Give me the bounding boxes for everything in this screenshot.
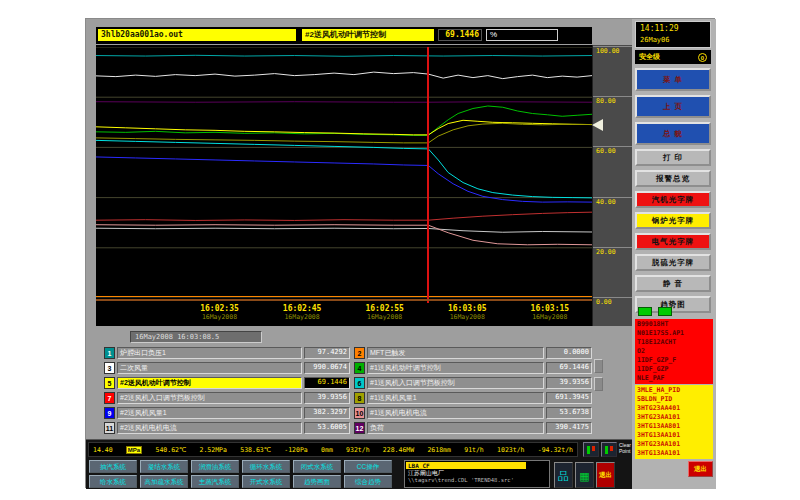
y-tick: 20.00 xyxy=(593,247,632,256)
status-value: 228.46MW xyxy=(383,446,414,454)
legend-row[interactable]: 4 #1送风机动叶调节控制 69.1446 xyxy=(354,362,592,374)
alarm-ack-tile[interactable] xyxy=(658,307,672,316)
sidebar-button[interactable]: 菜 单 xyxy=(635,68,711,91)
system-nav-button[interactable]: 抽汽系统 xyxy=(89,460,137,473)
message-selected-tag[interactable]: LBA_CF xyxy=(406,462,526,469)
trend-series-canvas xyxy=(96,47,592,298)
exit-button[interactable]: 退出 xyxy=(688,461,713,477)
alarm-tag[interactable]: T18E12ACHT xyxy=(635,338,713,347)
sidebar-button[interactable]: 静 音 xyxy=(635,275,711,292)
pen-color-swatch: 8 xyxy=(354,392,365,404)
display-button[interactable]: ▦ xyxy=(575,462,594,488)
pen-name: #2送风机入口调节挡板控制 xyxy=(117,392,302,404)
pen-value: 97.4292 xyxy=(304,347,350,359)
green-bar-icon xyxy=(587,446,590,454)
alarm-tag[interactable]: O2 xyxy=(635,347,713,356)
sidebar-button[interactable]: 脱硫光字牌 xyxy=(635,254,711,271)
alarm-tag[interactable]: N01E17S5.AP1 xyxy=(635,329,713,338)
x-tick-date: 16May2008 xyxy=(200,313,239,321)
alarm-tag[interactable]: B99018HT xyxy=(635,320,713,329)
legend-row[interactable]: 8 #1送风机风量1 691.3945 xyxy=(354,392,592,404)
status-value: 14.40 xyxy=(93,446,113,454)
alarm-tag[interactable]: 3HTG23AA101 xyxy=(635,413,713,422)
system-nav-button[interactable]: 润滑油系统 xyxy=(191,460,239,473)
time-cursor[interactable] xyxy=(427,47,429,303)
cursor-timestamp: 16May2008 16:03:08.5 xyxy=(130,331,262,343)
point-description-field[interactable]: #2送风机动叶调节控制 xyxy=(302,29,434,41)
legend-row[interactable]: 1 炉膛出口负压1 97.4292 xyxy=(104,347,350,359)
value-scale[interactable]: 100.00 80.00 60.00 40.00 xyxy=(592,45,632,326)
alarm-list-active: B99018HTN01E17S5.AP1T18E12ACHTO21IDF_GZP… xyxy=(635,319,713,384)
alarm-tag[interactable]: 3HTG13AA101 xyxy=(635,449,713,458)
system-nav-button[interactable]: 给水系统 xyxy=(89,475,137,488)
alarm-tag[interactable]: 1IDF_GZP_F xyxy=(635,356,713,365)
legend-scroll-up-button[interactable] xyxy=(594,359,603,373)
crt-indicator-tile-2[interactable] xyxy=(601,442,617,457)
system-nav-row-1: 抽汽系统凝结水系统润滑油系统循环水系统闭式水系统CC操作 xyxy=(89,460,392,473)
red-bar-icon xyxy=(592,446,595,451)
clock-box: 14:11:29 26May06 xyxy=(635,21,711,48)
alarm-tag[interactable]: 3HTG23AA401 xyxy=(635,404,713,413)
sidebar-button[interactable]: 上 页 xyxy=(635,95,711,118)
pen-name: MFT已触发 xyxy=(367,347,544,359)
sidebar-button[interactable]: 电气光字牌 xyxy=(635,233,711,250)
x-axis-line xyxy=(96,299,592,301)
system-nav-button[interactable]: 高加疏水系统 xyxy=(140,475,188,488)
system-nav-button[interactable]: CC操作 xyxy=(344,460,392,473)
bottom-exit-button[interactable]: 退出 xyxy=(596,462,615,488)
system-nav-button[interactable]: 主蒸汽系统 xyxy=(191,475,239,488)
alarm-tag[interactable]: 3HTG13AA801 xyxy=(635,422,713,431)
legend-row[interactable]: 10 #1送风机电机电流 53.6738 xyxy=(354,407,592,419)
sidebar-button[interactable]: 打 印 xyxy=(635,149,711,166)
alarm-tag[interactable]: NLE_PAF xyxy=(635,374,713,383)
legend-row[interactable]: 12 负荷 390.4175 xyxy=(354,422,592,434)
trend-title-strip: 3hlb20aa001ao.out #2送风机动叶调节控制 69.1446 % xyxy=(96,27,592,44)
legend-row[interactable]: 11 #2送风机电机电流 53.6005 xyxy=(104,422,350,434)
network-button[interactable]: 品 xyxy=(554,462,573,488)
sidebar-button[interactable]: 汽机光字牌 xyxy=(635,191,711,208)
status-value: 2618mm xyxy=(427,446,450,454)
crt-indicator-tile-1[interactable] xyxy=(583,442,599,457)
legend-row[interactable]: 7 #2送风机入口调节挡板控制 39.9356 xyxy=(104,392,350,404)
y-tick-label: 100.00 xyxy=(593,47,632,55)
legend-right-column: 2 MFT已触发 0.0000 4 #1送风机动叶调节控制 69.1446 6 … xyxy=(354,347,592,434)
trend-main-area: 3hlb20aa001ao.out #2送风机动叶调节控制 69.1446 % … xyxy=(86,19,632,489)
legend-scroll-down-button[interactable] xyxy=(594,377,603,391)
alarm-tag[interactable]: 5BLDN_PID xyxy=(635,395,713,404)
legend-row[interactable]: 5 #2送风机动叶调节控制 69.1446 xyxy=(104,377,350,389)
system-nav-button[interactable]: 循环水系统 xyxy=(242,460,290,473)
x-tick-date: 16May2008 xyxy=(531,313,570,321)
sidebar-button[interactable]: 总 貌 xyxy=(635,122,711,145)
legend-row[interactable]: 3 二次风量 990.0674 xyxy=(104,362,350,374)
trend-plot-area[interactable] xyxy=(96,47,592,298)
trend-chart[interactable]: 16:02:35 16May2008 16:02:45 16May2008 16… xyxy=(96,45,592,326)
pen-value: 53.6005 xyxy=(304,422,350,434)
point-tag-field[interactable]: 3hlb20aa001ao.out xyxy=(98,29,296,41)
pen-color-swatch: 11 xyxy=(104,422,115,434)
system-nav-button[interactable]: 闭式水系统 xyxy=(293,460,341,473)
system-nav-button[interactable]: 综合趋势 xyxy=(344,475,392,488)
x-axis-ticks: 16:02:35 16May2008 16:02:45 16May2008 16… xyxy=(96,304,592,326)
system-nav-button[interactable]: 趋势画面 xyxy=(293,475,341,488)
legend-row[interactable]: 2 MFT已触发 0.0000 xyxy=(354,347,592,359)
legend-row[interactable]: 6 #1送风机入口调节挡板控制 39.9356 xyxy=(354,377,592,389)
pen-name: #1送风机动叶调节控制 xyxy=(367,362,544,374)
alarm-tag[interactable]: 3HTG23AA101 xyxy=(635,440,713,449)
scale-pointer-triangle[interactable] xyxy=(592,119,603,131)
alarm-tag[interactable]: 1IDF_GZP xyxy=(635,365,713,374)
system-nav-button[interactable]: 开式水系统 xyxy=(242,475,290,488)
clear-point-label[interactable]: Clear Point xyxy=(619,442,632,454)
legend-row[interactable]: 9 #2送风机风量1 382.3297 xyxy=(104,407,350,419)
y-tick: 0.00 xyxy=(593,297,632,306)
alarm-tag[interactable]: 3MLE_HA_PID xyxy=(635,386,713,395)
security-level-value: 0 xyxy=(698,53,707,62)
pen-color-swatch: 10 xyxy=(354,407,365,419)
alarm-ack-tile[interactable] xyxy=(638,307,652,316)
sidebar-button[interactable]: 锅炉光字牌 xyxy=(635,212,711,229)
sidebar-buttons: 菜 单上 页总 貌打 印报警总览汽机光字牌锅炉光字牌电气光字牌脱硫光字牌静 音趋… xyxy=(635,68,711,313)
x-tick: 16:02:35 16May2008 xyxy=(200,304,239,321)
sidebar-button[interactable]: 报警总览 xyxy=(635,170,711,187)
system-nav-button[interactable]: 凝结水系统 xyxy=(140,460,188,473)
alarm-tag[interactable]: 3HTG13AA101 xyxy=(635,431,713,440)
pen-value: 990.0674 xyxy=(304,362,350,374)
